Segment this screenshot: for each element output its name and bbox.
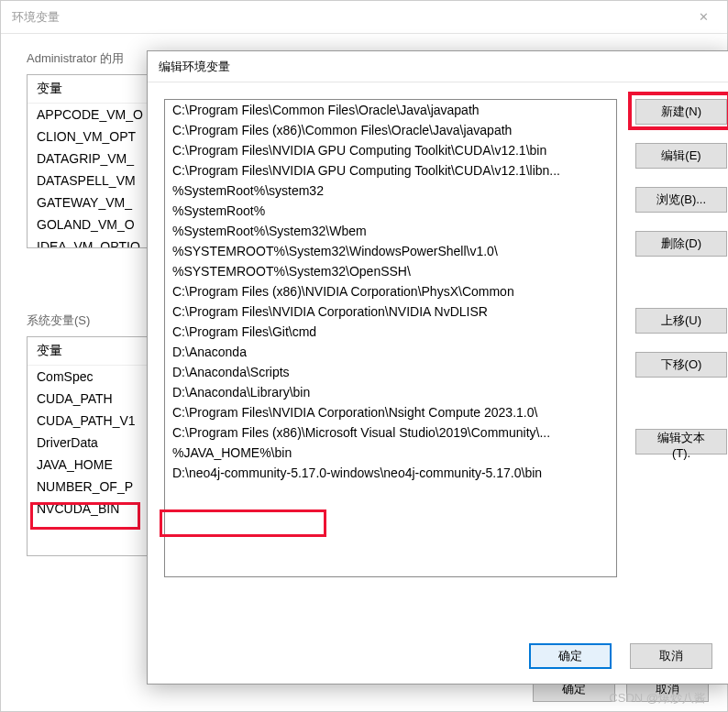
back-titlebar: 环境变量 ✕ [1, 1, 727, 34]
list-item[interactable]: %SystemRoot% [165, 201, 616, 221]
cancel-button[interactable]: 取消 [630, 643, 712, 669]
browse-button[interactable]: 浏览(B)... [635, 187, 727, 213]
delete-button[interactable]: 删除(D) [635, 231, 727, 257]
front-titlebar: 编辑环境变量 [148, 51, 728, 82]
move-up-button[interactable]: 上移(U) [635, 308, 727, 334]
list-item[interactable]: C:\Program Files\NVIDIA Corporation\NVID… [165, 301, 616, 322]
list-item[interactable]: D:\neo4j-community-5.17.0-windows\neo4j-… [165, 463, 616, 483]
list-item[interactable]: C:\Program Files (x86)\Common Files\Orac… [165, 120, 616, 140]
list-item[interactable]: D:\Anaconda [165, 342, 616, 362]
path-entries-listbox[interactable]: C:\Program Files\Common Files\Oracle\Jav… [164, 99, 617, 577]
list-item[interactable]: D:\Anaconda\Scripts [165, 362, 616, 382]
edit-text-button[interactable]: 编辑文本(T). [635, 429, 727, 455]
edit-env-var-dialog: 编辑环境变量 C:\Program Files\Common Files\Ora… [147, 50, 728, 685]
front-footer: 确定 取消 [529, 643, 712, 669]
ok-button[interactable]: 确定 [529, 643, 612, 669]
close-icon[interactable]: ✕ [690, 5, 716, 30]
list-item[interactable]: C:\Program Files\NVIDIA Corporation\Nsig… [165, 402, 616, 422]
list-item[interactable]: C:\Program Files (x86)\NVIDIA Corporatio… [165, 281, 616, 301]
list-item[interactable]: C:\Program Files\NVIDIA GPU Computing To… [165, 140, 616, 160]
list-item[interactable]: %SYSTEMROOT%\System32\WindowsPowerShell\… [165, 241, 616, 261]
list-item[interactable]: %SystemRoot%\system32 [165, 181, 616, 201]
list-item[interactable]: C:\Program Files\Git\cmd [165, 322, 616, 342]
list-item[interactable]: %JAVA_HOME%\bin [165, 443, 616, 463]
list-item[interactable]: C:\Program Files\NVIDIA GPU Computing To… [165, 160, 616, 181]
front-button-column: 新建(N) 编辑(E) 浏览(B)... 删除(D) 上移(U) 下移(O) 编… [635, 99, 727, 455]
list-item[interactable]: C:\Program Files\Common Files\Oracle\Jav… [165, 100, 616, 120]
front-title: 编辑环境变量 [159, 59, 230, 75]
move-down-button[interactable]: 下移(O) [635, 352, 727, 378]
list-item[interactable]: %SYSTEMROOT%\System32\OpenSSH\ [165, 261, 616, 281]
edit-button[interactable]: 编辑(E) [635, 143, 727, 169]
list-item[interactable]: D:\Anaconda\Library\bin [165, 382, 616, 402]
new-button[interactable]: 新建(N) [635, 99, 727, 125]
list-item[interactable]: %SystemRoot%\System32\Wbem [165, 221, 616, 241]
watermark: CSDN @爆炒八酱 [609, 690, 706, 707]
list-item[interactable]: C:\Program Files (x86)\Microsoft Visual … [165, 422, 616, 443]
back-title: 环境变量 [12, 9, 60, 26]
